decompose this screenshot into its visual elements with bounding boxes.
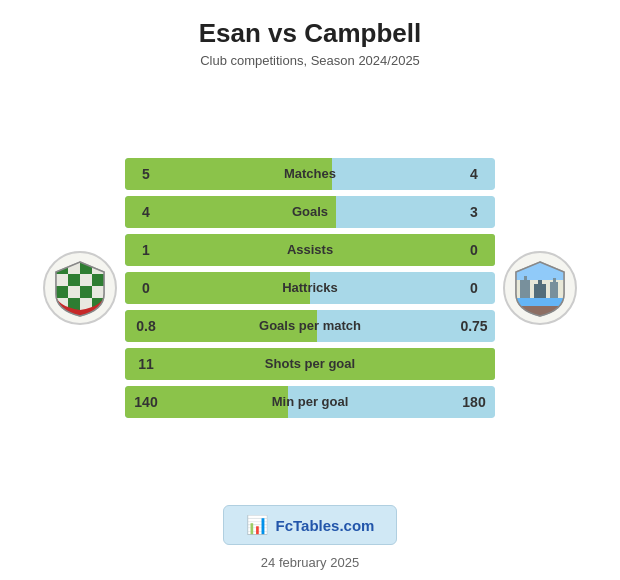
stat-label: Shots per goal [167,356,453,371]
page-title: Esan vs Campbell [0,18,620,49]
svg-rect-6 [80,274,92,286]
stat-row: 0.8Goals per match0.75 [125,310,495,342]
stat-row: 11Shots per goal [125,348,495,380]
right-club-logo [495,251,585,325]
left-club-emblem [50,258,110,318]
svg-rect-20 [534,284,546,298]
stat-value-left: 1 [125,242,167,258]
stat-value-left: 0 [125,280,167,296]
svg-rect-5 [68,274,80,286]
stat-label: Goals per match [167,318,453,333]
svg-rect-8 [56,286,68,298]
stat-value-right: 3 [453,204,495,220]
stat-label: Hattricks [167,280,453,295]
stat-label: Min per goal [167,394,453,409]
stat-value-right: 0.75 [453,318,495,334]
stat-label: Goals [167,204,453,219]
header: Esan vs Campbell Club competitions, Seas… [0,0,620,74]
stat-label: Assists [167,242,453,257]
svg-rect-25 [516,306,564,316]
svg-rect-22 [550,282,558,298]
subtitle: Club competitions, Season 2024/2025 [0,53,620,68]
stat-value-left: 5 [125,166,167,182]
main-area: 5Matches44Goals31Assists00Hattricks00.8G… [0,74,620,491]
stat-row: 140Min per goal180 [125,386,495,418]
svg-rect-21 [538,280,542,286]
svg-rect-18 [520,280,530,298]
stat-row: 4Goals3 [125,196,495,228]
left-logo-circle [43,251,117,325]
right-club-emblem [510,258,570,318]
svg-rect-23 [553,278,556,284]
stats-column: 5Matches44Goals31Assists00Hattricks00.8G… [125,158,495,418]
stat-value-left: 140 [125,394,167,410]
stat-value-left: 0.8 [125,318,167,334]
stat-value-right: 0 [453,242,495,258]
stat-label: Matches [167,166,453,181]
svg-rect-9 [68,286,80,298]
stat-value-left: 4 [125,204,167,220]
stat-row: 5Matches4 [125,158,495,190]
watermark: 📊 FcTables.com [223,505,398,545]
svg-rect-17 [516,262,564,280]
svg-rect-19 [524,276,527,282]
svg-rect-7 [92,274,104,286]
stat-value-right: 180 [453,394,495,410]
watermark-icon: 📊 [246,514,268,536]
svg-rect-11 [92,286,104,298]
stat-value-right: 0 [453,280,495,296]
svg-rect-10 [80,286,92,298]
stat-value-right: 4 [453,166,495,182]
svg-rect-4 [56,274,68,286]
stat-row: 0Hattricks0 [125,272,495,304]
stat-value-left: 11 [125,356,167,372]
stat-row: 1Assists0 [125,234,495,266]
footer-date: 24 february 2025 [261,555,359,570]
right-logo-circle [503,251,577,325]
watermark-text: FcTables.com [276,517,375,534]
svg-rect-24 [516,298,564,306]
left-club-logo [35,251,125,325]
